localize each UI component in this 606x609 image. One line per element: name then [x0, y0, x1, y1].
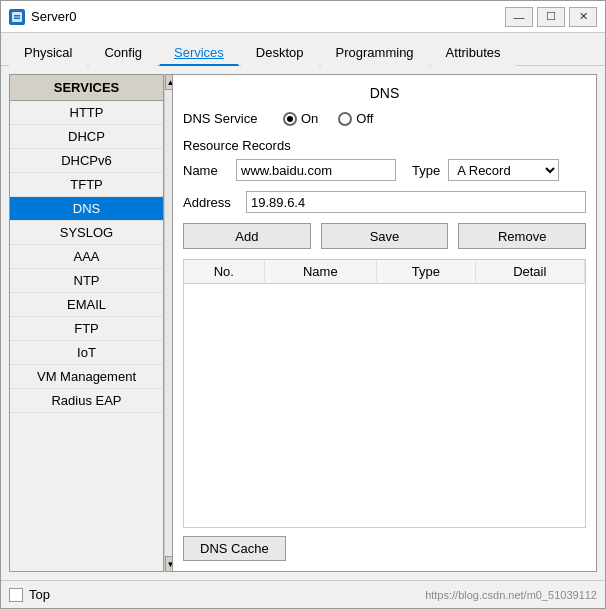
action-buttons: Add Save Remove: [183, 223, 586, 249]
svg-rect-2: [14, 17, 20, 19]
sidebar-header: SERVICES: [10, 75, 163, 101]
sidebar-item-dns[interactable]: DNS: [10, 197, 163, 221]
sidebar-item-dhcp[interactable]: DHCP: [10, 125, 163, 149]
panel-title: DNS: [183, 85, 586, 101]
radio-off-label: Off: [356, 111, 373, 126]
name-row: Name Type A Record AAAA Record CNAME MX …: [183, 159, 586, 181]
radio-on[interactable]: On: [283, 111, 318, 126]
dns-records-table-container: No. Name Type Detail: [183, 259, 586, 528]
top-checkbox-area: Top: [9, 587, 50, 602]
sidebar-item-aaa[interactable]: AAA: [10, 245, 163, 269]
resource-records-label: Resource Records: [183, 138, 586, 153]
name-field-label: Name: [183, 163, 228, 178]
sidebar-item-syslog[interactable]: SYSLOG: [10, 221, 163, 245]
bottom-bar: Top https://blog.csdn.net/m0_51039112: [1, 580, 605, 608]
type-field-label: Type: [412, 163, 440, 178]
radio-on-label: On: [301, 111, 318, 126]
tab-desktop[interactable]: Desktop: [241, 40, 319, 66]
col-detail: Detail: [475, 260, 584, 284]
tab-programming[interactable]: Programming: [321, 40, 429, 66]
sidebar-item-email[interactable]: EMAIL: [10, 293, 163, 317]
title-bar: Server0 — ☐ ✕: [1, 1, 605, 33]
window-icon: [9, 9, 25, 25]
svg-rect-0: [12, 12, 22, 22]
add-button[interactable]: Add: [183, 223, 311, 249]
sidebar-item-ntp[interactable]: NTP: [10, 269, 163, 293]
right-panel: DNS DNS Service On Off Resource Records: [172, 74, 597, 572]
table-header-row: No. Name Type Detail: [184, 260, 585, 284]
window-title: Server0: [31, 9, 505, 24]
save-button[interactable]: Save: [321, 223, 449, 249]
main-content: SERVICES HTTP DHCP DHCPv6 TFTP DNS SYSLO…: [1, 66, 605, 580]
sidebar-list: HTTP DHCP DHCPv6 TFTP DNS SYSLOG AAA NTP…: [10, 101, 163, 571]
maximize-button[interactable]: ☐: [537, 7, 565, 27]
top-checkbox[interactable]: [9, 588, 23, 602]
svg-rect-1: [14, 15, 20, 17]
type-select[interactable]: A Record AAAA Record CNAME MX NS SOA: [448, 159, 559, 181]
tab-physical[interactable]: Physical: [9, 40, 87, 66]
sidebar-item-vm-management[interactable]: VM Management: [10, 365, 163, 389]
radio-off[interactable]: Off: [338, 111, 373, 126]
sidebar: SERVICES HTTP DHCP DHCPv6 TFTP DNS SYSLO…: [9, 74, 164, 572]
sidebar-item-iot[interactable]: IoT: [10, 341, 163, 365]
radio-off-circle: [338, 112, 352, 126]
address-field-label: Address: [183, 195, 238, 210]
tab-config[interactable]: Config: [89, 40, 157, 66]
sidebar-item-tftp[interactable]: TFTP: [10, 173, 163, 197]
dns-records-table: No. Name Type Detail: [184, 260, 585, 284]
col-type: Type: [377, 260, 475, 284]
top-label: Top: [29, 587, 50, 602]
dns-service-label: DNS Service: [183, 111, 283, 126]
sidebar-item-radius-eap[interactable]: Radius EAP: [10, 389, 163, 413]
minimize-button[interactable]: —: [505, 7, 533, 27]
sidebar-wrapper: SERVICES HTTP DHCP DHCPv6 TFTP DNS SYSLO…: [9, 74, 164, 572]
main-window: Server0 — ☐ ✕ Physical Config Services D…: [0, 0, 606, 609]
col-no: No.: [184, 260, 264, 284]
address-input[interactable]: [246, 191, 586, 213]
close-button[interactable]: ✕: [569, 7, 597, 27]
dns-service-row: DNS Service On Off: [183, 111, 586, 126]
sidebar-item-http[interactable]: HTTP: [10, 101, 163, 125]
sidebar-item-dhcpv6[interactable]: DHCPv6: [10, 149, 163, 173]
tab-bar: Physical Config Services Desktop Program…: [1, 33, 605, 66]
dns-service-radio-group: On Off: [283, 111, 373, 126]
radio-on-circle: [283, 112, 297, 126]
name-input[interactable]: [236, 159, 396, 181]
address-row: Address: [183, 191, 586, 213]
tab-attributes[interactable]: Attributes: [431, 40, 516, 66]
col-name: Name: [264, 260, 377, 284]
dns-cache-button[interactable]: DNS Cache: [183, 536, 286, 561]
watermark: https://blog.csdn.net/m0_51039112: [425, 589, 597, 601]
tab-services[interactable]: Services: [159, 40, 239, 66]
remove-button[interactable]: Remove: [458, 223, 586, 249]
sidebar-item-ftp[interactable]: FTP: [10, 317, 163, 341]
window-controls: — ☐ ✕: [505, 7, 597, 27]
